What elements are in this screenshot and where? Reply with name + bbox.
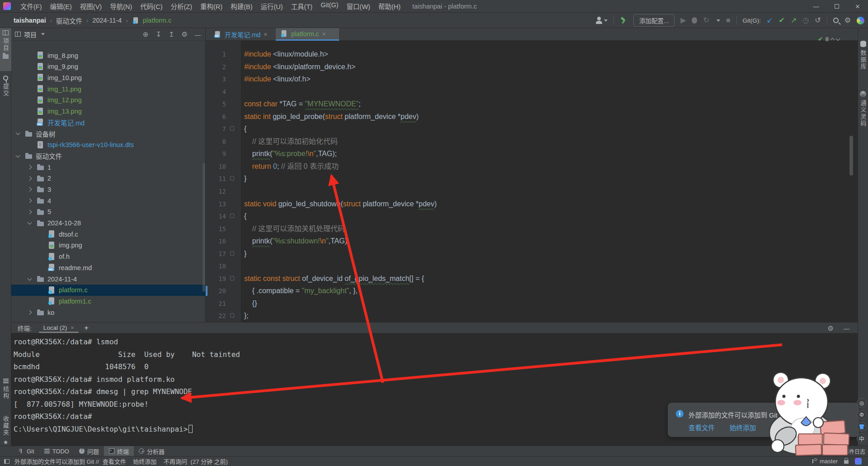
tree-item-开发笔记.md[interactable]: 开发笔记.md [11, 117, 205, 128]
shirt-icon[interactable] [857, 422, 867, 432]
tree-item-img_13.png[interactable]: img_13.png [11, 106, 205, 117]
status-action-dont-ask[interactable]: 不再询问 [164, 458, 187, 465]
code-line-17[interactable]: 17} [206, 247, 858, 260]
tool-button-structure[interactable]: 结构 [0, 376, 11, 410]
code-line-20[interactable]: 20 { .compatible = "my_backlight", }, [206, 285, 858, 297]
breadcrumb-item[interactable]: 驱动文件 [56, 16, 82, 25]
menu-item[interactable]: 文件(F) [16, 1, 46, 11]
code-line-18[interactable]: 18 [206, 260, 858, 272]
debug-bug-icon[interactable] [692, 17, 697, 24]
ai-plugin-icon[interactable] [860, 91, 866, 97]
fold-marker-icon[interactable] [230, 214, 234, 218]
project-view-caret-icon[interactable] [41, 33, 45, 35]
chevron-right-icon[interactable] [28, 199, 32, 203]
tree-item-2[interactable]: 2 [11, 173, 205, 184]
prev-problem-icon[interactable] [830, 38, 835, 42]
maximize-button[interactable] [826, 0, 847, 13]
menu-item[interactable]: 运行(U) [256, 1, 287, 11]
ai-assistant-icon[interactable] [857, 17, 864, 24]
chevron-right-icon[interactable] [28, 187, 32, 192]
tree-item-img_11.png[interactable]: img_11.png [11, 83, 205, 95]
menu-item[interactable]: 构建(B) [226, 1, 256, 11]
new-terminal-icon[interactable]: + [84, 323, 89, 333]
terminal-hide-icon[interactable] [844, 324, 849, 332]
code-line-13[interactable]: 13static void gpio_led_shutdown(struct p… [206, 198, 858, 210]
code-line-19[interactable]: 19static const struct of_device_id of_gp… [206, 272, 858, 285]
tree-item-img.png[interactable]: img.png [11, 240, 205, 251]
code-line-12[interactable]: 12 [206, 185, 858, 198]
code-line-2[interactable]: 2#include <linux/platform_device.h> [206, 61, 858, 73]
menu-item[interactable]: 编辑(E) [46, 1, 76, 11]
build-hammer-icon[interactable] [620, 17, 627, 24]
add-configuration-button[interactable]: 添加配置... [633, 14, 675, 27]
record-icon[interactable]: ◎ [857, 398, 867, 408]
hide-panel-icon[interactable] [195, 31, 201, 38]
next-problem-icon[interactable] [836, 36, 840, 41]
fold-marker-icon[interactable] [230, 126, 234, 131]
chevron-right-icon[interactable] [28, 165, 32, 170]
tree-item-platform1.c[interactable]: platform1.c [11, 295, 205, 307]
fold-marker-icon[interactable] [230, 251, 234, 256]
code-line-21[interactable]: 21 {} [206, 297, 858, 310]
menu-item[interactable]: 代码(C) [136, 1, 166, 11]
rollback-icon[interactable]: ↺ [815, 17, 821, 24]
menu-item[interactable]: 导航(N) [106, 1, 136, 11]
tree-item-dtsof.c[interactable]: dtsof.c [11, 228, 205, 240]
search-icon[interactable] [833, 18, 839, 23]
database-icon[interactable] [860, 41, 866, 47]
tool-window-button-终端[interactable]: 终端 [104, 446, 134, 456]
chevron-down-icon[interactable] [16, 131, 20, 135]
code-line-8[interactable]: 8 // 这里可以添加初始化代码 [206, 135, 858, 148]
fold-marker-icon[interactable] [230, 276, 234, 281]
status-action-view-file[interactable]: 查看文件 [103, 458, 126, 465]
code-line-10[interactable]: 10 return 0; // 返回 0 表示成功 [206, 160, 858, 173]
menu-item[interactable]: 重构(R) [196, 1, 226, 11]
tree-item-1[interactable]: 1 [11, 162, 205, 173]
code-line-3[interactable]: 3#include <linux/of.h> [206, 73, 858, 86]
tree-item-of.h[interactable]: of.h [11, 251, 205, 262]
code-line-16[interactable]: 16 printk("%s:shutdown!\n",TAG); [206, 235, 858, 247]
stop-icon[interactable]: ■ [726, 17, 731, 24]
git-update-icon[interactable]: ↙ [767, 17, 773, 24]
tool-button-database[interactable]: 数据库 [859, 50, 868, 70]
tree-item-5[interactable]: 5 [11, 206, 205, 218]
paw-icon[interactable]: Φ [857, 410, 867, 420]
history-clock-icon[interactable]: ◷ [802, 17, 809, 24]
ime-indicator[interactable]: 中 [857, 433, 867, 443]
breadcrumb-item[interactable]: taishanpai [14, 17, 46, 24]
code-line-4[interactable]: 4 [206, 86, 858, 98]
minimize-button[interactable]: — [806, 0, 826, 13]
tool-window-button-问题[interactable]: 问题 [74, 446, 104, 456]
tree-item-readme.md[interactable]: readme.md [11, 262, 205, 273]
toggle-toolwindows-icon[interactable] [4, 459, 9, 464]
terminal-tab-local[interactable]: Local (2) [42, 323, 76, 333]
code-line-7[interactable]: 7{ [206, 123, 858, 135]
breadcrumb-item[interactable]: platform.c [143, 17, 172, 24]
tool-window-button-分析器[interactable]: 分析器 [134, 446, 170, 456]
tree-item-img_9.png[interactable]: img_9.png [11, 61, 205, 72]
tool-button-commit[interactable]: 提交 [0, 73, 11, 105]
expand-all-icon[interactable]: ↧ [156, 30, 161, 38]
code-line-11[interactable]: 11} [206, 172, 858, 185]
chevron-right-icon[interactable] [28, 209, 32, 214]
locate-file-icon[interactable]: ⊕ [143, 30, 149, 38]
close-icon[interactable] [322, 30, 326, 38]
tree-item-tspi-rk3566-user-v10-linux.dts[interactable]: tspi-rk3566-user-v10-linux.dts [11, 139, 205, 151]
chevron-down-icon[interactable] [16, 153, 20, 157]
tree-item-platform.c[interactable]: platform.c [11, 285, 205, 296]
tree-item-img_12.png[interactable]: img_12.png [11, 95, 205, 106]
run-options-caret-icon[interactable] [717, 19, 720, 22]
tree-item-4[interactable]: 4 [11, 195, 205, 206]
menu-item[interactable]: 工具(T) [287, 1, 317, 11]
chevron-down-icon[interactable] [28, 220, 32, 225]
editor-tab-开发笔记.md[interactable]: 开发笔记.md [209, 28, 276, 41]
terminal-cursor[interactable] [189, 425, 193, 433]
project-scrollbar[interactable] [203, 163, 205, 292]
code-line-9[interactable]: 9 printk("%s:probe!\n",TAG); [206, 147, 858, 160]
menu-item[interactable]: 视图(V) [76, 1, 106, 11]
menu-item[interactable]: Git(G) [316, 1, 342, 11]
inspections-widget[interactable]: ✔ 8 [818, 35, 840, 43]
tree-item-2024-10-28[interactable]: 2024-10-28 [11, 218, 205, 229]
editor-scrollbar[interactable] [849, 136, 853, 176]
close-button[interactable]: ✕ [847, 0, 868, 13]
